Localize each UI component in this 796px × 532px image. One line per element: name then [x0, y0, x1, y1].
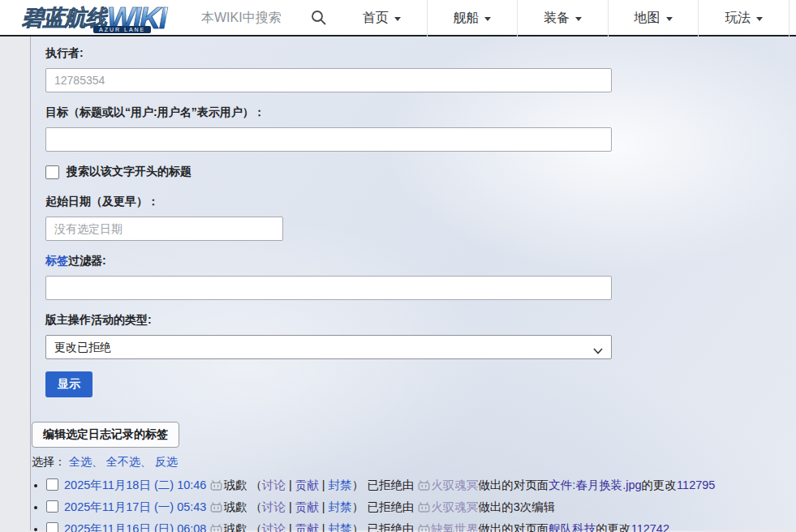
chevron-down-icon: [593, 344, 603, 357]
user-page-link[interactable]: 火驭魂冥: [431, 500, 478, 513]
nav-item-label: 玩法: [725, 10, 751, 27]
bilibili-tv-icon: [418, 499, 430, 519]
admin-tools-links: （讨论 | 贡献 | 封禁）: [247, 478, 364, 491]
log-section: 编辑选定日志记录的标签 选择： 全选、 全不选、 反选 2025年11月18日 …: [32, 422, 796, 532]
block-link[interactable]: 封禁: [329, 500, 352, 513]
chevron-down-icon: [756, 17, 763, 21]
log-date-link[interactable]: 2025年11月18日 (二) 10:46: [64, 478, 206, 491]
log-row-checkbox[interactable]: [46, 500, 58, 513]
page-link[interactable]: 112795: [677, 478, 715, 491]
log-action-text: 已拒绝由: [367, 500, 414, 513]
log-row: 2025年11月18日 (二) 10:46珬歔 （讨论 | 贡献 | 封禁） 已…: [46, 475, 796, 497]
nav-menu: 首页 舰船 装备 地图 玩法: [337, 0, 790, 36]
action-type-selected-value: 更改已拒绝: [54, 341, 111, 354]
action-type-label: 版主操作活动的类型:: [45, 313, 796, 328]
contrib-link[interactable]: 贡献: [295, 522, 319, 532]
top-navbar: 碧蓝航线 WIKI AZUR LANE 首页 舰船 装备 地图 玩法: [0, 0, 796, 36]
user-page-link[interactable]: 火驭魂冥: [431, 478, 478, 491]
search-input[interactable]: [201, 7, 305, 28]
talk-link[interactable]: 讨论: [262, 500, 286, 513]
prefix-search-label: 搜索以该文字开头的标题: [67, 165, 191, 179]
select-invert-link[interactable]: 反选: [155, 455, 178, 468]
page-link[interactable]: 舰队科技: [549, 522, 596, 532]
nav-item-gameplay[interactable]: 玩法: [699, 0, 790, 36]
admin-username-link[interactable]: 珬歔: [223, 522, 247, 532]
action-type-select[interactable]: 更改已拒绝: [45, 335, 612, 359]
log-action-text: 的更改: [596, 522, 631, 532]
bilibili-tv-icon: [210, 521, 222, 532]
logo-subtitle: AZUR LANE: [93, 26, 151, 33]
edit-tags-button[interactable]: 编辑选定日志记录的标签: [32, 422, 179, 448]
log-row: 2025年11月17日 (一) 05:43珬歔 （讨论 | 贡献 | 封禁） 已…: [46, 497, 796, 519]
user-page-link[interactable]: 缺氧世界: [431, 522, 478, 532]
contrib-link[interactable]: 贡献: [295, 478, 319, 491]
log-action-text: 做出的3次编辑: [478, 500, 555, 513]
contrib-link[interactable]: 贡献: [295, 500, 319, 513]
separator: 、: [140, 455, 152, 468]
nav-item-ships[interactable]: 舰船: [428, 0, 518, 36]
log-action-text: 做出的对页面: [478, 522, 549, 532]
start-date-label: 起始日期（及更早）：: [45, 195, 796, 209]
log-row-checkbox[interactable]: [46, 522, 58, 532]
admin-tools-links: （讨论 | 贡献 | 封禁）: [247, 522, 364, 532]
prefix-search-row: 搜索以该文字开头的标题: [45, 165, 796, 179]
log-action-text: 已拒绝由: [367, 522, 414, 532]
selection-label: 选择：: [32, 455, 66, 468]
talk-link[interactable]: 讨论: [262, 522, 286, 532]
target-input[interactable]: [45, 127, 612, 152]
tag-filter-label-rest: 过滤器:: [68, 254, 106, 267]
page-link[interactable]: 112742: [631, 522, 669, 532]
executor-input[interactable]: [45, 68, 612, 92]
show-button[interactable]: 显示: [45, 371, 93, 397]
admin-username-link[interactable]: 珬歔: [223, 500, 247, 513]
bilibili-tv-icon: [418, 521, 430, 532]
log-date-link[interactable]: 2025年11月16日 (日) 06:08: [64, 522, 206, 532]
select-none-link[interactable]: 全不选: [106, 455, 140, 468]
bilibili-tv-icon: [418, 477, 430, 497]
nav-item-home[interactable]: 首页: [337, 0, 428, 36]
log-list: 2025年11月18日 (二) 10:46珬歔 （讨论 | 贡献 | 封禁） 已…: [32, 475, 796, 532]
separator: 、: [92, 455, 103, 468]
target-label: 目标（标题或以“用户:用户名”表示用户）：: [45, 105, 796, 120]
talk-link[interactable]: 讨论: [262, 478, 286, 491]
bilibili-tv-icon: [210, 477, 222, 497]
admin-username-link[interactable]: 珬歔: [223, 478, 247, 491]
block-link[interactable]: 封禁: [329, 478, 352, 491]
executor-label: 执行者:: [45, 46, 796, 61]
site-logo[interactable]: 碧蓝航线 WIKI AZUR LANE: [22, 2, 166, 33]
tag-filter-label: 标签过滤器:: [45, 254, 796, 268]
chevron-down-icon: [484, 17, 491, 21]
chevron-down-icon: [666, 17, 673, 21]
page-link[interactable]: 文件:春月换装.jpg: [549, 478, 641, 491]
prefix-search-checkbox[interactable]: [45, 165, 59, 179]
log-row: 2025年11月16日 (日) 06:08珬歔 （讨论 | 贡献 | 封禁） 已…: [46, 519, 796, 532]
log-action-text: 已拒绝由: [367, 478, 414, 491]
nav-item-label: 舰船: [453, 10, 479, 27]
chevron-down-icon: [394, 17, 401, 21]
select-all-link[interactable]: 全选: [69, 455, 92, 468]
nav-item-equipment[interactable]: 装备: [518, 0, 609, 36]
nav-item-maps[interactable]: 地图: [609, 0, 699, 36]
tag-filter-input[interactable]: [45, 276, 612, 300]
search-icon[interactable]: [311, 10, 327, 26]
log-row-checkbox[interactable]: [46, 478, 58, 491]
start-date-input[interactable]: [45, 217, 283, 241]
selection-links-row: 选择： 全选、 全不选、 反选: [32, 455, 796, 470]
nav-item-label: 装备: [544, 10, 570, 27]
nav-item-label: 地图: [635, 10, 660, 27]
nav-item-label: 首页: [363, 10, 389, 27]
log-filter-panel: 执行者: 目标（标题或以“用户:用户名”表示用户）： 搜索以该文字开头的标题 起…: [30, 36, 796, 530]
chevron-down-icon: [575, 17, 582, 21]
admin-tools-links: （讨论 | 贡献 | 封禁）: [247, 500, 364, 513]
block-link[interactable]: 封禁: [329, 522, 352, 532]
log-action-text: 做出的对页面: [478, 478, 549, 491]
bilibili-tv-icon: [210, 499, 222, 519]
log-date-link[interactable]: 2025年11月17日 (一) 05:43: [64, 500, 206, 513]
tag-link[interactable]: 标签: [45, 254, 68, 267]
log-action-text: 的更改: [642, 478, 678, 491]
